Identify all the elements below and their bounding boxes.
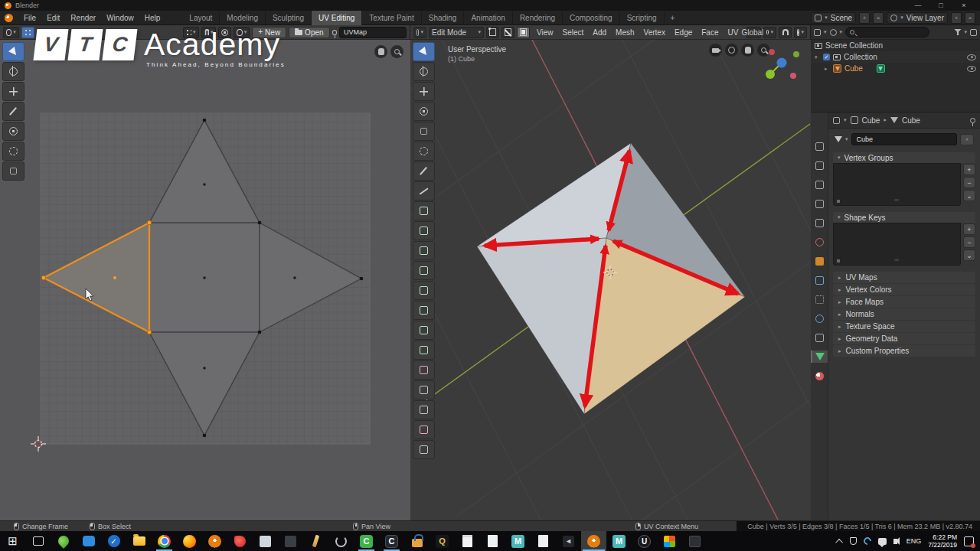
- taskbar-icon-notepad[interactable]: [455, 531, 480, 551]
- tool-extrude-region[interactable]: [413, 221, 435, 240]
- viewport-pan-button[interactable]: [741, 44, 754, 57]
- viewport-menu-vertex[interactable]: Vertex: [639, 27, 670, 38]
- image-new-button[interactable]: + New: [252, 27, 286, 38]
- blender-menu-icon[interactable]: [5, 14, 13, 22]
- remove-view-layer-button[interactable]: ×: [965, 12, 975, 24]
- tool-knife[interactable]: [413, 301, 435, 320]
- maximize-button[interactable]: □: [929, 0, 952, 11]
- proportional-edit-dropdown[interactable]: ▾: [794, 27, 807, 38]
- orientation-dropdown[interactable]: Global ▾: [746, 27, 761, 38]
- viewport-menu-edge[interactable]: Edge: [670, 27, 697, 38]
- menu-help[interactable]: Help: [139, 12, 166, 24]
- uvmap-name-field[interactable]: [339, 27, 407, 38]
- tool-smooth[interactable]: [413, 360, 435, 380]
- tool-scale[interactable]: [413, 122, 435, 141]
- workspace-tab-layout[interactable]: Layout: [182, 11, 220, 25]
- taskbar-icon-maya-2[interactable]: M: [606, 531, 632, 551]
- taskbar-icon-photos[interactable]: [253, 531, 278, 551]
- new-scene-button[interactable]: +: [859, 12, 870, 24]
- eye-icon[interactable]: [967, 54, 976, 60]
- section-vertex-colors[interactable]: Vertex Colors: [833, 284, 975, 295]
- tool-scale[interactable]: [2, 161, 24, 181]
- section-texture-space[interactable]: Texture Space: [833, 321, 975, 332]
- expand-icon[interactable]: ▾: [815, 54, 820, 60]
- mode-dropdown[interactable]: Edit Mode ▾: [429, 27, 484, 38]
- drag-dots-icon[interactable]: ═: [894, 256, 900, 263]
- uv-pan-button[interactable]: [374, 45, 387, 58]
- workspace-tab-rendering[interactable]: Rendering: [513, 11, 563, 25]
- properties-tab-particles[interactable]: [811, 293, 828, 305]
- tool-loop-cut[interactable]: [413, 281, 435, 300]
- add-vertex-group-button[interactable]: +: [963, 164, 975, 175]
- properties-tab-view-layer[interactable]: [811, 197, 828, 210]
- workspace-tab-scripting[interactable]: Scripting: [620, 11, 665, 25]
- properties-context-icon[interactable]: [833, 117, 840, 124]
- select-mode-edge-button[interactable]: [501, 27, 514, 38]
- outliner-search[interactable]: [845, 27, 929, 37]
- uv-canvas[interactable]: [0, 40, 410, 520]
- properties-tab-render[interactable]: [811, 159, 828, 171]
- pin-icon[interactable]: [970, 118, 975, 123]
- resize-handle[interactable]: [837, 200, 840, 203]
- section-uv-maps[interactable]: UV Maps: [833, 272, 975, 283]
- outliner-display-mode-dropdown[interactable]: [814, 29, 821, 36]
- taskbar-icon-unreal[interactable]: U: [632, 531, 657, 551]
- scene-selector[interactable]: ▾ Scene: [811, 12, 856, 24]
- viewport-menu-view[interactable]: View: [532, 27, 558, 38]
- taskbar-icon-explorer[interactable]: [126, 531, 152, 551]
- tool-move[interactable]: [413, 82, 435, 101]
- volume-tray-icon[interactable]: [893, 539, 897, 544]
- taskbar-icon-maya-1[interactable]: M: [505, 531, 531, 551]
- tool-select-tweak[interactable]: [2, 42, 24, 61]
- tool-annotate[interactable]: [413, 161, 435, 181]
- viewport-menu-mesh[interactable]: Mesh: [611, 27, 639, 38]
- taskbar-icon-camtasia[interactable]: C: [354, 531, 379, 551]
- resize-handle[interactable]: [837, 259, 840, 262]
- workspace-tab-sculpting[interactable]: Sculpting: [266, 11, 312, 25]
- taskbar-icon-firefox[interactable]: [177, 531, 202, 551]
- outliner-filter-icon[interactable]: [830, 29, 837, 36]
- shape-key-specials-button[interactable]: ⌄: [963, 249, 975, 261]
- uv-proportional-edit-button[interactable]: [218, 27, 231, 38]
- taskbar-icon-app-c[interactable]: C: [379, 531, 404, 551]
- taskbar-icon-task-view[interactable]: [25, 531, 51, 551]
- tool-transform[interactable]: [2, 142, 24, 161]
- tool-rip-region[interactable]: [413, 440, 435, 459]
- tool-edge-slide[interactable]: [413, 380, 435, 399]
- chat-tray-icon[interactable]: [878, 538, 887, 545]
- language-indicator[interactable]: ENG: [906, 537, 922, 545]
- outliner-search-input[interactable]: [857, 28, 918, 36]
- tool-cursor[interactable]: [2, 62, 24, 81]
- snap-target-dropdown[interactable]: ▾: [763, 27, 776, 38]
- section-geometry-data[interactable]: Geometry Data: [833, 333, 975, 344]
- menu-render[interactable]: Render: [65, 12, 101, 24]
- expand-icon[interactable]: ▸: [825, 66, 830, 72]
- properties-tab-output[interactable]: [811, 178, 828, 191]
- collection-checkbox[interactable]: ✓: [823, 54, 830, 60]
- outliner-row-scene-collection[interactable]: Scene Collection: [811, 40, 980, 51]
- taskbar-icon-pen[interactable]: [303, 531, 328, 551]
- workspace-tab-animation[interactable]: Animation: [464, 11, 512, 25]
- pin-icon[interactable]: [332, 30, 337, 35]
- camera-view-button[interactable]: [709, 44, 722, 57]
- taskbar-icon-coin[interactable]: Q: [430, 531, 455, 551]
- fake-user-button[interactable]: ◦: [960, 134, 974, 145]
- properties-tab-modifiers[interactable]: [811, 274, 828, 286]
- select-mode-face-button[interactable]: [517, 27, 530, 38]
- taskbar-icon-office[interactable]: [657, 531, 682, 551]
- workspace-tab-texture-paint[interactable]: Texture Paint: [362, 11, 421, 25]
- vertex-groups-list[interactable]: ═: [833, 163, 961, 206]
- viewport-menu-add[interactable]: Add: [588, 27, 611, 38]
- tool-add-cube[interactable]: [413, 201, 435, 220]
- usb-tray-icon[interactable]: [850, 537, 857, 545]
- workspace-tab-shading[interactable]: Shading: [422, 11, 465, 25]
- workspace-tab-uv-editing[interactable]: UV Editing: [312, 11, 362, 25]
- properties-tab-tool[interactable]: [811, 140, 828, 152]
- tool-inset-faces[interactable]: [413, 241, 435, 260]
- taskbar-icon-doc-1[interactable]: [480, 531, 505, 551]
- viewport-menu-select[interactable]: Select: [558, 27, 589, 38]
- minimize-button[interactable]: —: [906, 0, 929, 11]
- section-shape-keys[interactable]: ▾ Shape Keys: [833, 212, 975, 223]
- tool-shrink-fatten[interactable]: [413, 400, 435, 419]
- taskbar-icon-chrome[interactable]: [152, 531, 177, 551]
